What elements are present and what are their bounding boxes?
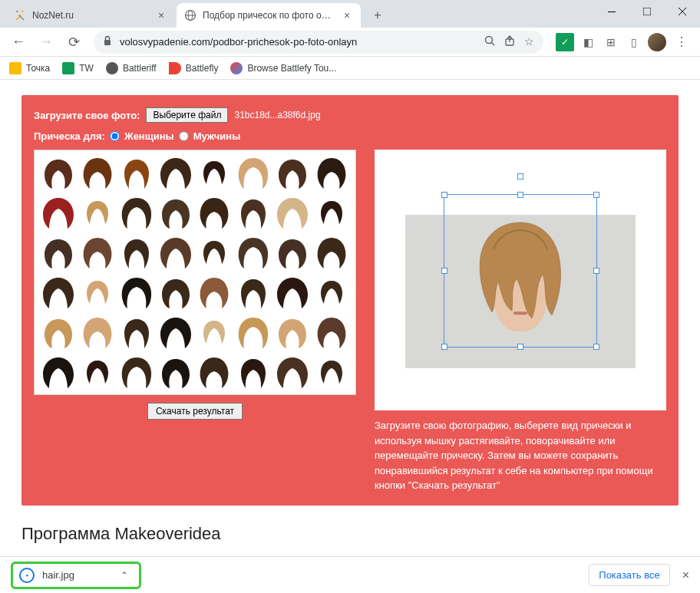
hairstyle-grid[interactable] <box>35 150 355 394</box>
lock-icon <box>103 35 112 48</box>
radio-female[interactable] <box>110 131 120 141</box>
tab-title: NozNet.ru <box>32 10 149 21</box>
share-icon[interactable] <box>504 35 515 48</box>
hairstyle-thumb[interactable] <box>313 354 350 391</box>
hairstyle-thumb[interactable] <box>157 354 194 391</box>
ext-icon[interactable]: ◧ <box>579 33 597 51</box>
hairstyle-thumb[interactable] <box>274 315 311 351</box>
browser-tab-active[interactable]: Подбор причесок по фото онла × <box>177 3 361 28</box>
svg-line-9 <box>492 43 495 46</box>
hairstyle-thumb[interactable] <box>118 155 155 192</box>
hairstyle-thumb[interactable] <box>235 195 272 232</box>
hairstyle-thumb[interactable] <box>157 235 194 272</box>
hairstyle-thumb[interactable] <box>40 315 77 351</box>
hairstyle-thumb[interactable] <box>274 354 311 391</box>
hairstyle-thumb[interactable] <box>40 275 77 311</box>
hairstyle-thumb[interactable] <box>79 195 116 232</box>
browser-toolbar: ← → ⟳ volosvypadenie.com/podbor-pricheso… <box>0 28 700 57</box>
svg-point-8 <box>486 37 493 44</box>
hairstyle-thumb[interactable] <box>313 275 350 311</box>
hairstyle-thumb[interactable] <box>79 275 116 311</box>
star-icon[interactable]: ☆ <box>524 35 534 48</box>
hairstyle-thumb[interactable] <box>274 235 311 272</box>
hairstyle-thumb[interactable] <box>313 315 350 351</box>
ext-icon[interactable]: ⊞ <box>602 33 620 51</box>
selection-box[interactable] <box>444 194 597 348</box>
close-window-button[interactable] <box>665 0 700 23</box>
hairstyle-thumb[interactable] <box>40 235 77 272</box>
bookmark-item[interactable]: Battleriff <box>106 62 157 74</box>
bookmark-item[interactable]: Browse Battlefy Tou... <box>230 62 336 74</box>
download-item[interactable]: ▪ hair.jpg ⌃ <box>11 562 141 589</box>
selected-filename: 31bc18d...a38f6d.jpg <box>234 110 320 120</box>
hairstyle-thumb[interactable] <box>313 155 350 192</box>
wrench-icon <box>14 9 26 21</box>
hairstyle-thumb[interactable] <box>196 354 233 391</box>
search-icon[interactable] <box>484 35 495 48</box>
ext-icon[interactable]: ▯ <box>625 33 643 51</box>
hairstyle-thumb[interactable] <box>274 195 311 232</box>
hairstyle-thumb[interactable] <box>196 155 233 192</box>
svg-rect-3 <box>608 12 616 12</box>
menu-button[interactable]: ⋮ <box>669 35 694 49</box>
minimize-button[interactable] <box>594 0 629 23</box>
profile-avatar[interactable] <box>648 33 666 51</box>
hairstyle-thumb[interactable] <box>118 315 155 351</box>
hairstyle-thumb[interactable] <box>79 315 116 351</box>
extensions: ✓ ◧ ⊞ ▯ <box>551 33 666 51</box>
hairstyle-thumb[interactable] <box>274 275 311 311</box>
hairstyle-thumb[interactable] <box>79 354 116 391</box>
bookmark-item[interactable]: Battlefly <box>169 62 219 74</box>
close-icon[interactable]: × <box>341 9 353 21</box>
preview-panel: Загрузите свою фотографию, выберете вид … <box>375 150 666 493</box>
bookmark-item[interactable]: TW <box>62 62 94 74</box>
radio-male[interactable] <box>179 131 189 141</box>
hairstyle-thumb[interactable] <box>235 315 272 351</box>
hairstyle-thumb[interactable] <box>118 235 155 272</box>
hairstyle-thumb[interactable] <box>40 354 77 391</box>
hairstyle-thumb[interactable] <box>235 155 272 192</box>
hairstyle-thumb[interactable] <box>196 195 233 232</box>
download-result-button[interactable]: Скачать результат <box>147 403 243 420</box>
hairstyle-thumb[interactable] <box>118 195 155 232</box>
bookmark-item[interactable]: Точка <box>9 62 50 74</box>
file-select-button[interactable]: Выберите файл <box>146 107 228 123</box>
hairstyle-thumb[interactable] <box>235 354 272 391</box>
hairstyle-thumb[interactable] <box>196 235 233 272</box>
ext-check-icon[interactable]: ✓ <box>556 33 574 51</box>
close-icon[interactable]: × <box>155 9 167 21</box>
hairstyle-thumb[interactable] <box>157 195 194 232</box>
hairstyle-thumb[interactable] <box>79 155 116 192</box>
show-all-button[interactable]: Показать все <box>589 564 669 586</box>
hairstyle-thumb[interactable] <box>157 155 194 192</box>
maximize-button[interactable] <box>629 0 665 23</box>
hairstyle-thumb[interactable] <box>313 195 350 232</box>
upload-label: Загрузите свое фото: <box>34 110 140 121</box>
hairstyle-thumb[interactable] <box>79 235 116 272</box>
hairstyle-thumb[interactable] <box>118 354 155 391</box>
hairstyle-thumb[interactable] <box>157 315 194 351</box>
page-content: Загрузите свое фото: Выберите файл 31bc1… <box>0 80 700 556</box>
browser-tab[interactable]: NozNet.ru × <box>6 3 175 28</box>
close-icon[interactable]: × <box>682 568 689 582</box>
hairstyle-picker: Скачать результат <box>34 150 356 493</box>
address-bar[interactable]: volosvypadenie.com/podbor-prichesok-po-f… <box>94 31 543 54</box>
hairstyle-thumb[interactable] <box>40 155 77 192</box>
hairstyle-thumb[interactable] <box>40 195 77 232</box>
reload-button[interactable]: ⟳ <box>61 30 86 54</box>
hairstyle-thumb[interactable] <box>313 235 350 272</box>
forward-button[interactable]: → <box>34 30 58 54</box>
chevron-up-icon[interactable]: ⌃ <box>121 570 128 581</box>
hairstyle-thumb[interactable] <box>235 275 272 311</box>
hairstyle-thumb[interactable] <box>274 155 311 192</box>
hairstyle-thumb[interactable] <box>157 275 194 311</box>
back-button[interactable]: ← <box>6 30 31 54</box>
download-filename: hair.jpg <box>42 569 74 581</box>
hairstyle-thumb[interactable] <box>118 275 155 311</box>
photo-preview[interactable] <box>375 150 666 410</box>
hairstyle-thumb[interactable] <box>196 315 233 351</box>
tab-title: Подбор причесок по фото онла <box>203 10 335 21</box>
hairstyle-thumb[interactable] <box>196 275 233 311</box>
hairstyle-thumb[interactable] <box>235 235 272 272</box>
new-tab-button[interactable]: + <box>367 5 388 26</box>
